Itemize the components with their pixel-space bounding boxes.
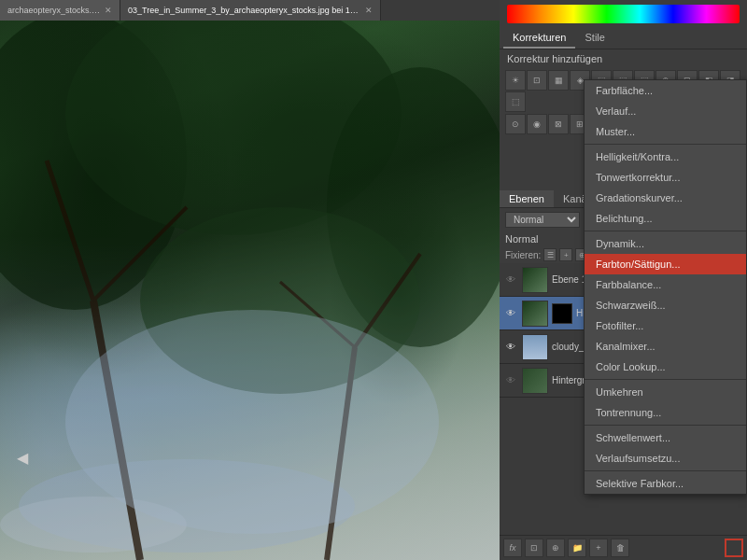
layer-thumb-hintb bbox=[522, 301, 548, 327]
layer-thumb-hintergrund bbox=[522, 368, 548, 394]
dropdown-item-selektive[interactable]: Selektive Farbkor... bbox=[585, 473, 746, 494]
layer-visibility-hintergrund[interactable]: 👁 bbox=[503, 373, 518, 388]
tab-stile[interactable]: Stile bbox=[575, 28, 613, 49]
dropdown-item-umkehren[interactable]: Umkehren bbox=[585, 382, 746, 402]
layer-tool-new[interactable]: + bbox=[589, 539, 608, 557]
dropdown-sep-3 bbox=[585, 379, 746, 380]
tab-bar: archaeopteryx_stocks.jpg ✕ 03_Tree_in_Su… bbox=[0, 0, 500, 21]
layer-thumb-sky bbox=[522, 334, 548, 360]
layer-tool-add-adjustment[interactable]: ⊕ bbox=[546, 539, 565, 557]
canvas-arrow: ◀ bbox=[17, 449, 28, 467]
dropdown-item-verlauf[interactable]: Verlauf... bbox=[585, 101, 746, 121]
dropdown-sep-5 bbox=[585, 470, 746, 471]
layer-tool-delete[interactable]: 🗑 bbox=[611, 539, 629, 557]
fix-icon-2[interactable]: + bbox=[559, 248, 572, 261]
tab-label-2: 03_Tree_in_Summer_3_by_archaeopteryx_sto… bbox=[128, 6, 361, 15]
layer-visibility-sky[interactable]: 👁 bbox=[503, 340, 518, 355]
layer-visibility-ebene1[interactable]: 👁 bbox=[503, 273, 518, 287]
dropdown-sep-2 bbox=[585, 231, 746, 231]
app-container: archaeopteryx_stocks.jpg ✕ 03_Tree_in_Su… bbox=[0, 0, 747, 560]
korrektur-icon-14[interactable]: ◉ bbox=[527, 114, 547, 134]
fixieren-label: Fixieren: bbox=[505, 250, 541, 260]
dropdown-item-kanalmixer[interactable]: Kanalmixer... bbox=[585, 336, 746, 357]
korrektur-icon-15[interactable]: ⊠ bbox=[548, 114, 569, 134]
korrektur-icon-2[interactable]: ⊡ bbox=[527, 70, 547, 91]
dropdown-item-fotofilter[interactable]: Fotofilter... bbox=[585, 315, 746, 336]
layer-tool-fx[interactable]: fx bbox=[503, 539, 522, 557]
dropdown-item-muster[interactable]: Muster... bbox=[585, 121, 746, 142]
tab-korrekturen[interactable]: Korrekturen bbox=[503, 28, 575, 49]
korrektur-icon-13[interactable]: ⊙ bbox=[505, 114, 526, 134]
dropdown-item-gradation[interactable]: Gradationskurver... bbox=[585, 188, 746, 208]
fix-icon-1[interactable]: ☰ bbox=[543, 248, 557, 261]
dropdown-item-dynamik[interactable]: Dynamik... bbox=[585, 233, 746, 254]
korrektur-icon-3[interactable]: ▦ bbox=[548, 70, 569, 91]
dropdown-item-farbton[interactable]: Farbton/Sättigun... bbox=[585, 254, 746, 274]
dropdown-item-schwarzweiss[interactable]: Schwarzweiß... bbox=[585, 295, 746, 315]
dropdown-menu: Farbfläche... Verlauf... Muster... Helli… bbox=[584, 79, 747, 495]
layer-tool-mask[interactable]: ⊡ bbox=[525, 539, 543, 557]
layer-mask-hintb bbox=[552, 303, 572, 324]
korrektur-icon-sun[interactable]: ☀ bbox=[505, 70, 526, 91]
dropdown-item-tonwert[interactable]: Tonwertkorrektur... bbox=[585, 167, 746, 188]
dropdown-item-farbbalance[interactable]: Farbbalance... bbox=[585, 274, 746, 295]
tab-archaeopteryx[interactable]: archaeopteryx_stocks.jpg ✕ bbox=[0, 0, 120, 21]
dropdown-item-verlaufsumsetzung[interactable]: Verlaufsumsetzu... bbox=[585, 448, 746, 469]
tab-ebenen[interactable]: Ebenen bbox=[500, 190, 554, 207]
dropdown-sep-4 bbox=[585, 425, 746, 426]
layer-visibility-hintb[interactable]: 👁 bbox=[503, 306, 518, 321]
layer-toolbar: fx ⊡ ⊕ 📁 + 🗑 bbox=[500, 535, 747, 560]
dropdown-item-tontrennung[interactable]: Tontrennung... bbox=[585, 402, 746, 423]
canvas-area: archaeopteryx_stocks.jpg ✕ 03_Tree_in_Su… bbox=[0, 0, 500, 560]
layer-thumb-ebene1 bbox=[522, 267, 548, 293]
panel-tabs: Korrekturen Stile bbox=[500, 28, 747, 49]
dropdown-item-schwellenwert[interactable]: Schwellenwert... bbox=[585, 427, 746, 448]
korrektur-icon-12[interactable]: ⬚ bbox=[505, 91, 526, 112]
right-panel: Korrekturen Stile Korrektur hinzufügen ☀… bbox=[500, 0, 747, 560]
dropdown-item-farbflaeche[interactable]: Farbfläche... bbox=[585, 80, 746, 101]
dropdown-item-helligkeit[interactable]: Helligkeit/Kontra... bbox=[585, 147, 746, 167]
canvas-image: ◀ bbox=[0, 21, 500, 560]
tab-tree-summer[interactable]: 03_Tree_in_Summer_3_by_archaeopteryx_sto… bbox=[120, 0, 381, 21]
tab-close-2[interactable]: ✕ bbox=[365, 6, 373, 15]
blend-mode-select[interactable]: Normal Multiplizieren Luminanz bbox=[505, 212, 580, 228]
color-gradient-bar bbox=[507, 5, 740, 23]
red-border-indicator bbox=[725, 539, 743, 557]
layer-tool-group[interactable]: 📁 bbox=[568, 539, 586, 557]
dropdown-sep-1 bbox=[585, 144, 746, 145]
korrektur-header: Korrektur hinzufügen bbox=[500, 49, 747, 68]
tab-label-1: archaeopteryx_stocks.jpg bbox=[7, 6, 101, 15]
tab-close-1[interactable]: ✕ bbox=[105, 6, 112, 15]
dropdown-item-belichtung[interactable]: Belichtung... bbox=[585, 208, 746, 229]
dropdown-item-colorlookup[interactable]: Color Lookup... bbox=[585, 357, 746, 377]
svg-point-13 bbox=[65, 310, 439, 534]
normal-label: Normal bbox=[505, 233, 580, 245]
